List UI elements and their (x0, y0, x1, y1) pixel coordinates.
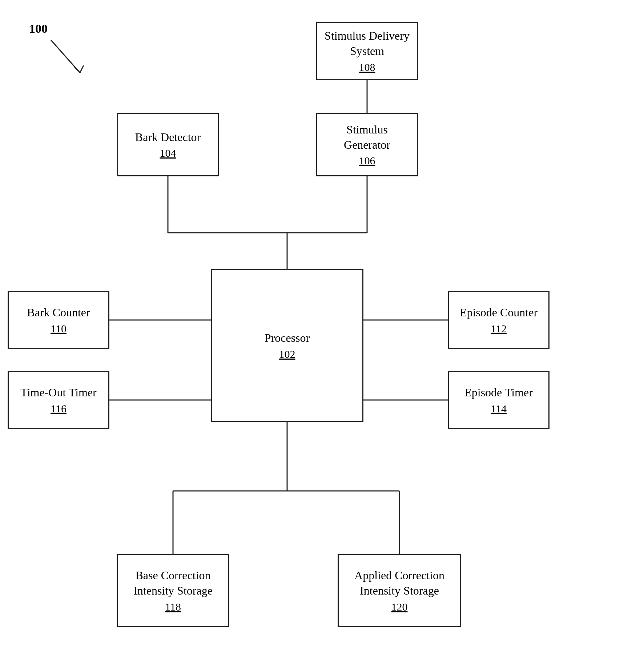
svg-line-2 (80, 65, 84, 73)
episode-counter-number: 112 (491, 323, 507, 335)
bark-counter-label: Bark Counter (27, 305, 90, 320)
base-correction-number: 118 (165, 601, 181, 613)
ref-number-100: 100 (29, 22, 48, 36)
base-correction-box: Base CorrectionIntensity Storage 118 (117, 554, 229, 627)
svg-line-0 (51, 40, 80, 73)
applied-correction-box: Applied CorrectionIntensity Storage 120 (338, 554, 461, 627)
stimulus-delivery-label: Stimulus DeliverySystem (325, 28, 410, 59)
bark-detector-box: Bark Detector 104 (117, 113, 219, 176)
stimulus-generator-box: StimulusGenerator 106 (316, 113, 418, 176)
timeout-timer-label: Time-Out Timer (20, 385, 97, 400)
bark-detector-number: 104 (160, 147, 176, 159)
processor-label: Processor (265, 331, 310, 346)
episode-counter-label: Episode Counter (460, 305, 538, 320)
episode-timer-box: Episode Timer 114 (448, 371, 550, 429)
timeout-timer-box: Time-Out Timer 116 (8, 371, 109, 429)
bark-counter-number: 110 (51, 323, 67, 335)
stimulus-generator-number: 106 (359, 155, 375, 167)
processor-box: Processor 102 (211, 269, 363, 422)
bark-detector-label: Bark Detector (135, 130, 201, 145)
timeout-timer-number: 116 (51, 403, 67, 415)
stimulus-generator-label: StimulusGenerator (344, 122, 390, 152)
svg-line-1 (75, 67, 80, 73)
bark-counter-box: Bark Counter 110 (8, 291, 109, 349)
stimulus-delivery-box: Stimulus DeliverySystem 108 (316, 22, 418, 80)
base-correction-label: Base CorrectionIntensity Storage (133, 568, 213, 598)
episode-timer-label: Episode Timer (464, 385, 533, 400)
diagram: 100 Stimulus DeliverySystem 108 Stimulus… (0, 0, 644, 668)
episode-counter-box: Episode Counter 112 (448, 291, 550, 349)
applied-correction-label: Applied CorrectionIntensity Storage (354, 568, 444, 598)
applied-correction-number: 120 (391, 601, 408, 613)
processor-number: 102 (279, 348, 295, 360)
stimulus-delivery-number: 108 (359, 61, 375, 73)
episode-timer-number: 114 (491, 403, 507, 415)
